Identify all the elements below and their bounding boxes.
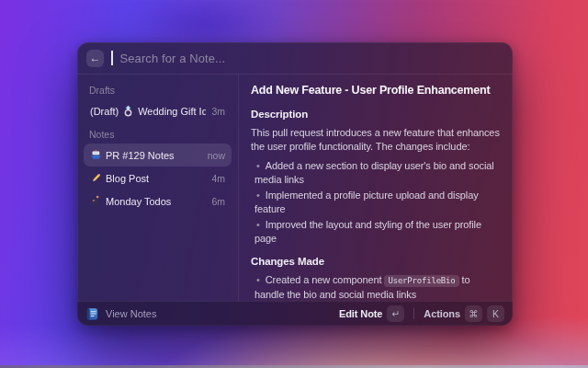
- list-item-title: PR #129 Notes: [90, 149, 175, 161]
- arrow-left-icon: ←: [90, 52, 101, 63]
- enter-key-badge: ↵: [387, 305, 404, 322]
- cmd-key-badge: ⌘: [465, 305, 482, 322]
- list-item-blog-post[interactable]: Blog Post 4m: [84, 167, 232, 190]
- ring-emoji-icon: [122, 105, 134, 117]
- bullet-icon: •: [256, 160, 260, 171]
- bullet-item: •Improved the layout and styling of the …: [254, 218, 501, 245]
- changes-bullet-list: •Created a new component UserProfileBio …: [251, 273, 501, 301]
- list-item-pr-129-notes[interactable]: PR #129 Notes now: [84, 144, 232, 167]
- list-item-wedding-gift-ideas[interactable]: (Draft) Wedding Gift Ideas 3m: [84, 99, 232, 122]
- view-notes-label: View Notes: [106, 308, 156, 319]
- list-item-title: Monday Todos: [90, 195, 171, 207]
- bullet-icon: •: [256, 219, 260, 230]
- notes-search-window: ← Search for a Note... Drafts (Draft) We…: [77, 42, 513, 326]
- bullet-item: •Implemented a profile picture upload an…: [254, 189, 501, 215]
- list-item-time: 6m: [211, 196, 225, 207]
- note-title: Add New Feature - User Profile Enhanceme…: [251, 84, 501, 98]
- bullet-icon: •: [256, 190, 260, 201]
- list-item-time: 4m: [211, 173, 225, 184]
- runner-emoji-icon: [90, 195, 102, 207]
- search-bar: ← Search for a Note...: [77, 42, 513, 74]
- description-bullet-list: •Added a new section to display user's b…: [251, 159, 501, 245]
- action-bar: View Notes Edit Note ↵ Actions ⌘ K: [77, 301, 513, 326]
- back-button[interactable]: ←: [86, 50, 104, 67]
- changes-heading: Changes Made: [251, 255, 501, 268]
- list-item-title: Blog Post: [90, 172, 149, 184]
- text-caret: [111, 51, 113, 65]
- pencil-emoji-icon: [90, 172, 102, 184]
- note-preview[interactable]: Add New Feature - User Profile Enhanceme…: [239, 75, 513, 301]
- search-input[interactable]: Search for a Note...: [120, 52, 504, 65]
- description-paragraph: This pull request introduces a new featu…: [251, 126, 501, 153]
- bullet-item: •Added a new section to display user's b…: [254, 159, 501, 186]
- section-label-notes: Notes: [89, 129, 226, 140]
- footer-divider: [413, 308, 414, 319]
- inline-code: UserProfileBio: [384, 275, 458, 287]
- list-item-title: (Draft) Wedding Gift Ideas: [90, 105, 206, 117]
- list-item-time: now: [208, 150, 225, 161]
- note-list: Drafts (Draft) Wedding Gift Ideas 3m Not…: [77, 75, 239, 301]
- notes-app-icon: [85, 307, 99, 321]
- section-label-drafts: Drafts: [89, 85, 226, 96]
- edit-note-button[interactable]: Edit Note ↵: [339, 305, 404, 322]
- list-item-monday-todos[interactable]: Monday Todos 6m: [84, 190, 232, 213]
- k-key-badge: K: [487, 305, 504, 322]
- description-heading: Description: [251, 108, 501, 121]
- list-item-time: 3m: [211, 106, 225, 117]
- bullet-icon: •: [256, 274, 260, 285]
- ship-emoji-icon: [90, 149, 102, 161]
- actions-button[interactable]: Actions ⌘ K: [424, 305, 504, 322]
- bullet-item: •Created a new component UserProfileBio …: [254, 273, 501, 301]
